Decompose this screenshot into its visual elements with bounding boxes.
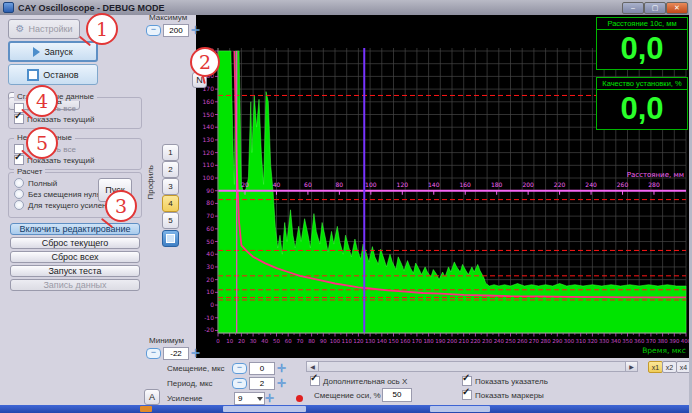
spinner-arrows-icon[interactable]: ✛ <box>191 348 200 359</box>
checkmark-icon: ✓ <box>14 110 22 121</box>
maximize-button[interactable]: ▢ <box>644 2 666 14</box>
svg-text:330: 330 <box>599 338 610 344</box>
enable-edit-label: Включить редактирование <box>20 224 131 234</box>
quality-display-value: 0,0 <box>596 90 688 130</box>
profile-button-5[interactable]: 5 <box>162 212 179 229</box>
enable-edit-button[interactable]: Включить редактирование <box>10 223 140 235</box>
svg-text:-10: -10 <box>204 314 214 321</box>
app-icon <box>3 2 14 13</box>
svg-text:30: 30 <box>250 338 257 344</box>
a-button[interactable]: A <box>144 389 160 405</box>
x4-label: x4 <box>680 364 687 371</box>
svg-text:0: 0 <box>210 301 214 308</box>
minus-button[interactable]: − <box>146 348 161 359</box>
reset-all-button[interactable]: Сброс всех <box>10 251 140 263</box>
checkmark-icon: ✓ <box>462 386 470 397</box>
raw-show-current-checkbox[interactable]: ✓ Показать текущий <box>14 155 94 165</box>
scroll-right-button[interactable]: ▶ <box>625 361 638 372</box>
svg-text:360: 360 <box>634 338 645 344</box>
start-button[interactable]: Запуск <box>8 41 98 62</box>
svg-text:280: 280 <box>540 338 551 344</box>
zoom-x2-button[interactable]: x2 <box>662 361 677 373</box>
minus-button[interactable]: − <box>146 25 161 36</box>
settings-button[interactable]: ⚙ Настройки <box>8 19 80 39</box>
svg-text:320: 320 <box>587 338 598 344</box>
profile-button-1[interactable]: 1 <box>162 144 179 161</box>
reset-current-button[interactable]: Сброс текущего <box>10 237 140 249</box>
svg-text:20: 20 <box>206 276 214 283</box>
minus-button[interactable]: − <box>232 363 247 374</box>
profile-button-2[interactable]: 2 <box>162 161 179 178</box>
calc-full-radio[interactable]: Полный <box>14 178 57 188</box>
save-profile-button[interactable] <box>162 230 179 247</box>
spinner-arrows-icon[interactable]: ✛ <box>277 363 286 374</box>
period-label: Период, мкс <box>167 379 213 388</box>
svg-text:100: 100 <box>365 181 377 188</box>
minimize-button[interactable]: – <box>622 2 644 14</box>
disk-icon <box>166 234 175 243</box>
calc-no-zero-offset-radio[interactable]: Без смещения нуля <box>14 189 101 199</box>
gear-icon: ⚙ <box>15 24 24 34</box>
svg-text:50: 50 <box>273 338 280 344</box>
svg-text:290: 290 <box>552 338 563 344</box>
annotation-2: 2 <box>190 47 220 77</box>
show-pointer-checkbox[interactable]: ✓ Показать указатель <box>462 376 548 386</box>
taskbar-item[interactable] <box>140 406 152 412</box>
svg-text:270: 270 <box>529 338 540 344</box>
quality-display: Качество установки, % 0,0 <box>596 77 688 130</box>
svg-text:240: 240 <box>585 181 597 188</box>
quality-display-title: Качество установки, % <box>596 77 688 90</box>
profile-button-3[interactable]: 3 <box>162 178 179 195</box>
svg-text:70: 70 <box>206 212 214 219</box>
spinner-arrows-icon[interactable]: ✛ <box>265 392 274 405</box>
gain-dropdown[interactable]: 9 ✛ <box>234 392 274 405</box>
distance-display-value: 0,0 <box>596 30 688 70</box>
maximum-value[interactable]: 200 <box>163 24 189 37</box>
taskbar-item[interactable] <box>430 406 490 412</box>
minus-button[interactable]: − <box>232 378 247 389</box>
checkbox-box: ✓ <box>310 376 320 386</box>
profile-button-4[interactable]: 4 <box>162 195 179 212</box>
annotation-5: 5 <box>26 127 58 159</box>
extra-axis-checkbox[interactable]: ✓ Дополнительная ось X <box>310 376 407 386</box>
svg-text:260: 260 <box>617 181 629 188</box>
taskbar-item[interactable] <box>223 406 306 412</box>
svg-text:230: 230 <box>482 338 493 344</box>
svg-text:250: 250 <box>505 338 516 344</box>
svg-text:160: 160 <box>400 338 411 344</box>
zoom-x4-button[interactable]: x4 <box>676 361 691 373</box>
zoom-x1-button[interactable]: x1 <box>648 361 663 373</box>
svg-text:130: 130 <box>203 136 215 143</box>
run-test-button[interactable]: Запуск теста <box>10 265 140 277</box>
spinner-arrows-icon[interactable]: ✛ <box>191 25 200 36</box>
stop-button[interactable]: Останов <box>8 64 98 85</box>
period-value[interactable]: 2 <box>249 377 275 390</box>
offset-label: Смещение, мкс <box>167 364 225 373</box>
close-button[interactable]: ✕ <box>666 2 688 14</box>
checkbox-box: ✓ <box>462 390 472 400</box>
distance-display-title: Расстояние 10с, мм <box>596 17 688 30</box>
svg-text:100: 100 <box>330 338 341 344</box>
taskbar[interactable] <box>0 405 692 413</box>
spinner-arrows-icon[interactable]: ✛ <box>277 378 286 389</box>
svg-text:220: 220 <box>470 338 481 344</box>
svg-text:180: 180 <box>423 338 434 344</box>
record-data-button[interactable]: Запись данных <box>10 279 140 291</box>
svg-text:350: 350 <box>622 338 633 344</box>
smoothed-show-current-checkbox[interactable]: ✓ Показать текущий <box>14 114 94 124</box>
axis-offset-input[interactable]: 50 <box>382 388 412 402</box>
svg-text:140: 140 <box>377 338 388 344</box>
profile-4-label: 4 <box>168 199 172 208</box>
svg-text:70: 70 <box>296 338 303 344</box>
show-markers-checkbox[interactable]: ✓ Показать маркеры <box>462 390 544 400</box>
calc-no-zero-offset-label: Без смещения нуля <box>28 190 101 199</box>
svg-text:Время, мкс: Время, мкс <box>642 346 686 355</box>
maximum-spinner: − 200 ✛ <box>146 24 200 37</box>
show-pointer-label: Показать указатель <box>475 377 548 386</box>
offset-value[interactable]: 0 <box>249 362 275 375</box>
plot-scrollbar[interactable] <box>318 361 626 372</box>
stop-icon <box>27 69 39 81</box>
minimum-value[interactable]: -22 <box>163 347 189 360</box>
svg-text:120: 120 <box>203 149 215 156</box>
reset-current-label: Сброс текущего <box>42 238 109 248</box>
